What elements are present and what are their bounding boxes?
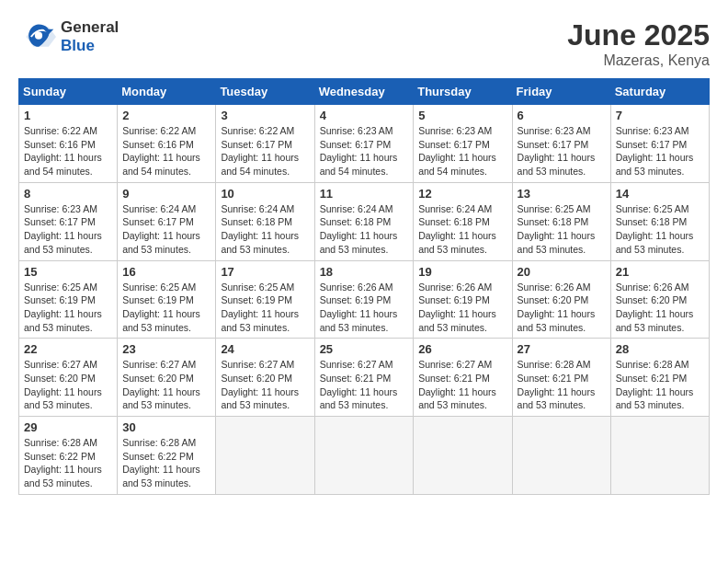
day-number: 3 — [221, 109, 309, 122]
sunset-label: Sunset: 6:21 PM — [320, 373, 392, 384]
logo-icon — [18, 19, 59, 54]
calendar-cell: 1 Sunrise: 6:22 AM Sunset: 6:16 PM Dayli… — [19, 105, 118, 183]
sunset-label: Sunset: 6:16 PM — [24, 139, 96, 150]
day-info: Sunrise: 6:25 AM Sunset: 6:18 PM Dayligh… — [616, 202, 704, 257]
sunset-label: Sunset: 6:20 PM — [518, 294, 589, 305]
sunset-label: Sunset: 6:16 PM — [122, 139, 194, 150]
daylight-label: Daylight: 11 hours and 53 minutes. — [616, 230, 694, 255]
calendar-cell: 18 Sunrise: 6:26 AM Sunset: 6:19 PM Dayl… — [314, 260, 414, 339]
sunrise-label: Sunrise: 6:25 AM — [221, 282, 294, 293]
daylight-label: Daylight: 11 hours and 54 minutes. — [320, 152, 398, 177]
day-number: 20 — [518, 265, 606, 279]
svg-point-2 — [35, 32, 42, 40]
daylight-label: Daylight: 11 hours and 53 minutes. — [122, 308, 200, 333]
day-info: Sunrise: 6:28 AM Sunset: 6:21 PM Dayligh… — [518, 358, 606, 412]
month-title: June 2025 — [567, 18, 710, 52]
day-info: Sunrise: 6:23 AM Sunset: 6:17 PM Dayligh… — [320, 124, 409, 178]
sunrise-label: Sunrise: 6:25 AM — [122, 282, 196, 293]
title-block: June 2025 Mazeras, Kenya — [567, 18, 710, 69]
day-number: 4 — [320, 109, 409, 122]
sunset-label: Sunset: 6:22 PM — [122, 451, 194, 462]
sunrise-label: Sunrise: 6:26 AM — [418, 282, 492, 293]
column-header-saturday: Saturday — [610, 79, 709, 105]
daylight-label: Daylight: 11 hours and 53 minutes. — [24, 386, 102, 411]
sunset-label: Sunset: 6:19 PM — [122, 294, 194, 305]
sunrise-label: Sunrise: 6:23 AM — [320, 125, 393, 136]
daylight-label: Daylight: 11 hours and 53 minutes. — [418, 386, 496, 411]
calendar-cell: 2 Sunrise: 6:22 AM Sunset: 6:16 PM Dayli… — [118, 105, 216, 183]
daylight-label: Daylight: 11 hours and 53 minutes. — [221, 308, 299, 333]
calendar-cell: 20 Sunrise: 6:26 AM Sunset: 6:20 PM Dayl… — [512, 260, 610, 339]
sunset-label: Sunset: 6:18 PM — [221, 216, 292, 227]
sunset-label: Sunset: 6:19 PM — [221, 294, 292, 305]
day-info: Sunrise: 6:24 AM Sunset: 6:18 PM Dayligh… — [320, 202, 409, 257]
day-info: Sunrise: 6:23 AM Sunset: 6:17 PM Dayligh… — [24, 202, 112, 257]
day-info: Sunrise: 6:25 AM Sunset: 6:19 PM Dayligh… — [221, 281, 309, 335]
daylight-label: Daylight: 11 hours and 53 minutes. — [221, 386, 299, 411]
day-number: 25 — [320, 342, 409, 356]
day-info: Sunrise: 6:27 AM Sunset: 6:20 PM Dayligh… — [221, 358, 309, 412]
sunrise-label: Sunrise: 6:27 AM — [418, 359, 492, 370]
daylight-label: Daylight: 11 hours and 53 minutes. — [24, 308, 102, 333]
day-info: Sunrise: 6:27 AM Sunset: 6:20 PM Dayligh… — [122, 358, 210, 412]
sunset-label: Sunset: 6:19 PM — [320, 294, 392, 305]
day-number: 27 — [518, 342, 606, 356]
calendar-cell: 15 Sunrise: 6:25 AM Sunset: 6:19 PM Dayl… — [19, 260, 118, 339]
calendar-cell: 27 Sunrise: 6:28 AM Sunset: 6:21 PM Dayl… — [512, 339, 610, 417]
calendar-cell: 10 Sunrise: 6:24 AM Sunset: 6:18 PM Dayl… — [216, 182, 314, 260]
column-header-tuesday: Tuesday — [216, 79, 314, 105]
sunset-label: Sunset: 6:20 PM — [24, 373, 96, 384]
logo-text: General Blue — [61, 18, 119, 56]
sunset-label: Sunset: 6:17 PM — [320, 139, 392, 150]
day-info: Sunrise: 6:23 AM Sunset: 6:17 PM Dayligh… — [518, 124, 606, 178]
sunset-label: Sunset: 6:17 PM — [418, 139, 490, 150]
day-number: 6 — [518, 109, 606, 122]
day-info: Sunrise: 6:24 AM Sunset: 6:18 PM Dayligh… — [418, 202, 506, 257]
sunrise-label: Sunrise: 6:27 AM — [320, 359, 393, 370]
logo: General Blue — [18, 18, 119, 56]
logo-blue: Blue — [61, 37, 119, 55]
calendar-cell: 6 Sunrise: 6:23 AM Sunset: 6:17 PM Dayli… — [512, 105, 610, 183]
day-info: Sunrise: 6:22 AM Sunset: 6:16 PM Dayligh… — [24, 124, 112, 178]
sunrise-label: Sunrise: 6:22 AM — [122, 125, 196, 136]
day-info: Sunrise: 6:25 AM Sunset: 6:18 PM Dayligh… — [518, 202, 606, 257]
calendar-table: SundayMondayTuesdayWednesdayThursdayFrid… — [18, 78, 710, 495]
calendar-cell: 25 Sunrise: 6:27 AM Sunset: 6:21 PM Dayl… — [314, 339, 414, 417]
sunset-label: Sunset: 6:20 PM — [616, 294, 688, 305]
sunset-label: Sunset: 6:21 PM — [418, 373, 490, 384]
sunrise-label: Sunrise: 6:23 AM — [24, 203, 97, 214]
sunset-label: Sunset: 6:21 PM — [518, 373, 589, 384]
daylight-label: Daylight: 11 hours and 53 minutes. — [418, 308, 496, 333]
sunrise-label: Sunrise: 6:23 AM — [418, 125, 492, 136]
location: Mazeras, Kenya — [567, 52, 710, 69]
calendar-cell: 13 Sunrise: 6:25 AM Sunset: 6:18 PM Dayl… — [512, 182, 610, 260]
day-info: Sunrise: 6:22 AM Sunset: 6:17 PM Dayligh… — [221, 124, 309, 178]
sunrise-label: Sunrise: 6:24 AM — [320, 203, 393, 214]
day-number: 29 — [24, 420, 112, 434]
column-header-wednesday: Wednesday — [314, 79, 414, 105]
day-number: 5 — [418, 109, 506, 122]
calendar-week-row: 29 Sunrise: 6:28 AM Sunset: 6:22 PM Dayl… — [19, 417, 710, 495]
day-info: Sunrise: 6:28 AM Sunset: 6:21 PM Dayligh… — [616, 358, 704, 412]
day-info: Sunrise: 6:26 AM Sunset: 6:20 PM Dayligh… — [616, 281, 704, 335]
day-number: 16 — [122, 265, 210, 279]
daylight-label: Daylight: 11 hours and 53 minutes. — [24, 230, 102, 255]
daylight-label: Daylight: 11 hours and 54 minutes. — [221, 152, 299, 177]
column-header-sunday: Sunday — [19, 79, 118, 105]
day-number: 12 — [418, 187, 506, 201]
day-number: 22 — [24, 342, 112, 356]
daylight-label: Daylight: 11 hours and 53 minutes. — [616, 386, 694, 411]
sunrise-label: Sunrise: 6:24 AM — [418, 203, 492, 214]
calendar-week-row: 8 Sunrise: 6:23 AM Sunset: 6:17 PM Dayli… — [19, 182, 710, 260]
day-number: 24 — [221, 342, 309, 356]
day-info: Sunrise: 6:26 AM Sunset: 6:19 PM Dayligh… — [320, 281, 409, 335]
day-info: Sunrise: 6:23 AM Sunset: 6:17 PM Dayligh… — [616, 124, 704, 178]
daylight-label: Daylight: 11 hours and 53 minutes. — [320, 308, 398, 333]
sunset-label: Sunset: 6:17 PM — [24, 216, 96, 227]
sunrise-label: Sunrise: 6:28 AM — [122, 437, 196, 448]
day-number: 23 — [122, 342, 210, 356]
sunset-label: Sunset: 6:18 PM — [320, 216, 392, 227]
sunrise-label: Sunrise: 6:27 AM — [221, 359, 294, 370]
calendar-cell — [216, 417, 314, 495]
sunrise-label: Sunrise: 6:28 AM — [616, 359, 689, 370]
